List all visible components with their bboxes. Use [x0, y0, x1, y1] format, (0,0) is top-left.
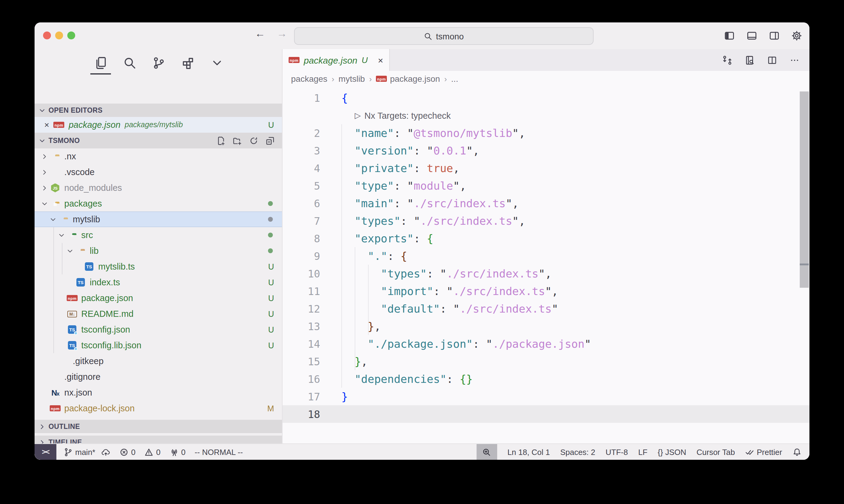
code-line-13[interactable]: 13 }, [282, 318, 809, 335]
codelens[interactable]: ▷Nx Targets: typecheck [282, 107, 809, 124]
history-back-button[interactable]: ← [253, 28, 268, 40]
maximize-window-button[interactable] [67, 32, 75, 39]
layout-panel-bottom-icon[interactable] [746, 30, 757, 41]
tree-item-label: index.ts [90, 277, 120, 287]
code-line-10[interactable]: 10 "types": "./src/index.ts", [282, 265, 809, 282]
tree-item--nx[interactable]: .nx [35, 148, 282, 164]
line-number: 17 [282, 391, 320, 402]
history-forward-button[interactable]: → [275, 28, 289, 40]
line-number: 6 [282, 197, 320, 209]
command-center-search[interactable]: tsmono [294, 27, 593, 45]
open-editors-header[interactable]: OPEN EDITORS [35, 104, 282, 117]
tree-item-mytslib[interactable]: mytslib [35, 211, 282, 227]
tab-package-json[interactable]: npm package.json U × [282, 49, 390, 71]
code-line-3[interactable]: 3 "version": "0.0.1", [282, 142, 809, 159]
tree-item-package-json[interactable]: npmpackage.jsonU [35, 290, 282, 306]
status-lf[interactable]: LF [638, 447, 647, 456]
status-0[interactable]: 0 [144, 447, 160, 456]
code-line-1[interactable]: 1{ [282, 89, 809, 107]
status-prettier[interactable]: Prettier [745, 447, 782, 456]
tree-item-node-modules[interactable]: JSnode_modules [35, 180, 282, 196]
zoom-in-indicator[interactable] [477, 444, 497, 460]
status-utf-8[interactable]: UTF-8 [606, 447, 628, 456]
tree-item--gitignore[interactable]: .gitignore [35, 369, 282, 385]
outline-header[interactable]: OUTLINE [35, 420, 282, 433]
tree-item-mytslib-ts[interactable]: TSmytslib.tsU [35, 259, 282, 274]
close-icon[interactable]: × [44, 120, 49, 130]
status-bell[interactable] [792, 447, 802, 456]
refresh-icon[interactable] [249, 136, 258, 145]
tree-item--vscode[interactable]: .vscode [35, 164, 282, 180]
tree-item-packages[interactable]: ▤packages [35, 196, 282, 211]
collapse-all-icon[interactable] [265, 136, 275, 145]
remote-indicator[interactable]: >< [35, 444, 56, 460]
tree-item-readme-md[interactable]: M↓README.mdU [35, 306, 282, 322]
code-line-12[interactable]: 12 "default": "./src/index.ts" [282, 300, 809, 318]
line-number: 8 [282, 232, 320, 245]
new-folder-icon[interactable] [233, 136, 242, 145]
tree-item--gitkeep[interactable]: .gitkeep [35, 353, 282, 369]
tree-item-label: mytslib [73, 214, 100, 224]
activity-source-control[interactable] [152, 56, 166, 69]
codelens-label[interactable]: Nx Targets: typecheck [364, 111, 451, 120]
tree-item-nx-json[interactable]: Nxnx.json [35, 385, 282, 400]
code-line-17[interactable]: 17} [282, 388, 809, 405]
code-line-8[interactable]: 8 "exports": { [282, 230, 809, 247]
tree-item-src[interactable]: ‹›src [35, 227, 282, 243]
close-icon[interactable]: × [378, 55, 383, 65]
code-line-6[interactable]: 6 "main": "./src/index.ts", [282, 195, 809, 212]
code-line-18[interactable]: 18 [282, 405, 809, 423]
activity-bar [35, 49, 282, 76]
status-ln-18-col-1[interactable]: Ln 18, Col 1 [507, 447, 550, 456]
open-editor-item[interactable]: × npm package.json packages/mytslib U [35, 117, 282, 133]
scrollbar-thumb[interactable] [800, 91, 809, 264]
tree-item-label: tsconfig.lib.json [81, 340, 141, 350]
status-spaces-2[interactable]: Spaces: 2 [560, 447, 596, 456]
run-icon[interactable]: ▷ [355, 111, 361, 120]
code-line-5[interactable]: 5 "type": "module", [282, 177, 809, 195]
tree-item-package-lock-json[interactable]: npmpackage-lock.jsonM [35, 400, 282, 416]
git-status-dot [268, 248, 273, 253]
code-line-2[interactable]: 2 "name": "@tsmono/mytslib", [282, 124, 809, 142]
tree-item-index-ts[interactable]: TSindex.tsU [35, 274, 282, 290]
tree-item-lib[interactable]: lib [35, 243, 282, 259]
breadcrumb[interactable]: packages›mytslib›npmpackage.json›... [282, 71, 809, 87]
code-line-16[interactable]: 16 "dependencies": {} [282, 370, 809, 388]
settings-gear-icon[interactable] [791, 30, 802, 41]
activity-explorer[interactable] [94, 56, 107, 69]
layout-sidebar-left-icon[interactable] [724, 30, 735, 41]
new-file-icon[interactable] [217, 136, 226, 145]
preview-icon[interactable] [744, 55, 755, 65]
scrollbar-thumb[interactable] [800, 265, 809, 288]
code-line-15[interactable]: 15 }, [282, 353, 809, 370]
code-editor[interactable]: 1{▷Nx Targets: typecheck2 "name": "@tsmo… [282, 87, 809, 444]
open-changes-icon[interactable] [722, 55, 733, 65]
code-line-14[interactable]: 14 "./package.json": "./package.json" [282, 335, 809, 353]
activity-more[interactable] [210, 56, 224, 69]
status--json[interactable]: {} JSON [658, 447, 686, 456]
status-0[interactable]: 0 [120, 447, 136, 456]
code-line-7[interactable]: 7 "types": "./src/index.ts", [282, 212, 809, 230]
close-window-button[interactable] [43, 32, 51, 39]
code-line-4[interactable]: 4 "private": true, [282, 159, 809, 177]
minimize-window-button[interactable] [55, 32, 63, 39]
more-actions-icon[interactable] [789, 55, 800, 65]
status--normal-[interactable]: -- NORMAL -- [195, 447, 243, 456]
tree-item-tsconfig-json[interactable]: TStsconfig.jsonU [35, 322, 282, 337]
status-cursor-tab[interactable]: Cursor Tab [697, 447, 735, 456]
status-0[interactable]: 0 [170, 447, 185, 456]
workspace-header[interactable]: TSMONO [35, 133, 282, 148]
breadcrumb-item[interactable]: packages [291, 74, 327, 84]
split-editor-icon[interactable] [767, 55, 777, 65]
code-line-11[interactable]: 11 "import": "./src/index.ts", [282, 282, 809, 300]
breadcrumb-item[interactable]: ... [451, 74, 458, 84]
code-line-9[interactable]: 9 ".": { [282, 247, 809, 265]
activity-search[interactable] [123, 56, 136, 69]
status-main-[interactable]: main* [64, 447, 111, 456]
layout-sidebar-right-icon[interactable] [769, 30, 780, 41]
tree-item-tsconfig-lib-json[interactable]: TStsconfig.lib.jsonU [35, 337, 282, 353]
breadcrumb-item[interactable]: mytslib [339, 74, 365, 84]
cloud-upload-icon [102, 447, 111, 456]
activity-extensions[interactable] [181, 56, 195, 69]
breadcrumb-item[interactable]: npmpackage.json [376, 74, 440, 84]
